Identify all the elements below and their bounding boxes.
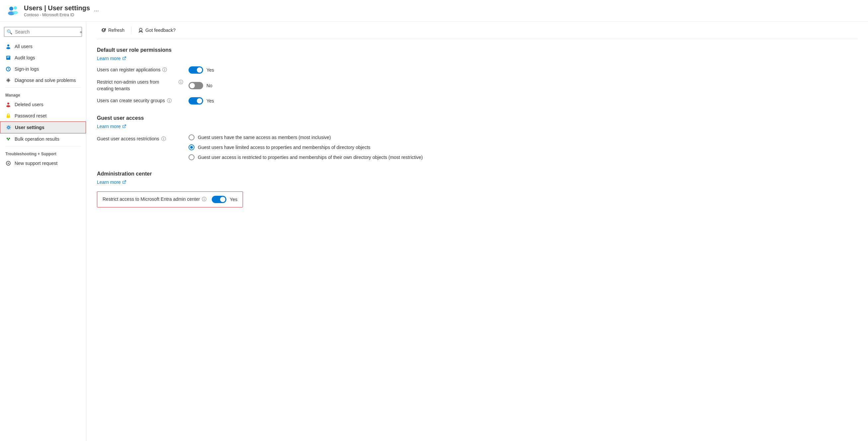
svg-point-17: [7, 114, 9, 116]
security-groups-label: Users can create security groups ⓘ: [97, 98, 183, 104]
sidebar-item-password-reset[interactable]: Password reset: [0, 110, 86, 121]
refresh-icon: [101, 28, 106, 33]
sidebar: 🔍 « All users Audit logs Sign-in logs: [0, 22, 86, 441]
restrict-entra-toggle[interactable]: [212, 196, 226, 203]
default-permissions-learn-more[interactable]: Learn more: [97, 56, 857, 61]
radio-limited-access[interactable]: Guest users have limited access to prope…: [189, 144, 423, 150]
bulk-icon: [5, 136, 11, 142]
external-link-icon-3: [122, 180, 126, 184]
restrict-entra-value: Yes: [230, 197, 237, 202]
info-icon[interactable]: ⓘ: [162, 67, 167, 73]
restrict-tenants-toggle[interactable]: [189, 82, 203, 89]
sidebar-item-label: User settings: [15, 125, 44, 130]
svg-point-15: [6, 105, 10, 107]
admin-center-title: Administration center: [97, 171, 857, 177]
deleted-icon: [5, 101, 11, 107]
settings-icon: [6, 124, 11, 130]
radio-circle-1: [189, 134, 194, 140]
refresh-button[interactable]: Refresh: [97, 26, 128, 35]
info-icon-2[interactable]: ⓘ: [179, 79, 183, 85]
radio-label-2: Guest users have limited access to prope…: [198, 145, 370, 150]
external-link-icon-2: [122, 124, 126, 128]
password-icon: [5, 113, 11, 119]
svg-point-3: [12, 11, 18, 14]
svg-point-4: [7, 44, 9, 46]
feedback-icon: [138, 28, 144, 33]
sidebar-item-audit-logs[interactable]: Audit logs: [0, 52, 86, 63]
svg-point-23: [8, 163, 9, 164]
toolbar: Refresh Got feedback?: [97, 22, 857, 39]
diagnose-icon: [5, 77, 11, 83]
search-container: 🔍 «: [4, 27, 82, 37]
register-apps-setting: Users can register applications ⓘ Yes: [97, 66, 857, 74]
info-icon-3[interactable]: ⓘ: [167, 98, 172, 104]
svg-rect-8: [7, 57, 9, 58]
default-permissions-title: Default user role permissions: [97, 47, 857, 53]
sidebar-item-all-users[interactable]: All users: [0, 41, 86, 52]
svg-point-14: [7, 102, 9, 104]
guest-access-learn-more[interactable]: Learn more: [97, 124, 857, 129]
header-subtitle: Contoso - Microsoft Entra ID: [24, 12, 90, 17]
admin-center-learn-more[interactable]: Learn more: [97, 180, 857, 185]
sidebar-item-label: Password reset: [14, 113, 46, 119]
sidebar-item-diagnose[interactable]: Diagnose and solve problems: [0, 75, 86, 86]
sidebar-item-deleted-users[interactable]: Deleted users: [0, 99, 86, 110]
sidebar-divider: [5, 87, 81, 88]
register-apps-value: Yes: [207, 67, 214, 73]
user-icon: [5, 43, 11, 50]
header-title-group: Users | User settings Contoso - Microsof…: [24, 4, 90, 17]
radio-circle-3: [189, 154, 194, 160]
register-apps-label: Users can register applications ⓘ: [97, 67, 183, 73]
svg-point-21: [8, 139, 9, 140]
default-permissions-section: Default user role permissions Learn more…: [97, 47, 857, 104]
register-apps-toggle[interactable]: [189, 66, 203, 74]
search-input[interactable]: [4, 27, 82, 37]
sidebar-item-label: All users: [14, 44, 33, 49]
sidebar-item-sign-in-logs[interactable]: Sign-in logs: [0, 63, 86, 75]
restrict-entra-highlight-box: Restrict access to Microsoft Entra admin…: [97, 191, 243, 208]
toolbar-divider: [131, 26, 131, 34]
radio-circle-2: [189, 144, 194, 150]
page-title: Users | User settings: [24, 4, 90, 12]
sidebar-item-label: Deleted users: [14, 102, 43, 107]
search-icon: 🔍: [7, 29, 12, 34]
feedback-button[interactable]: Got feedback?: [134, 26, 180, 35]
collapse-icon[interactable]: «: [80, 29, 82, 34]
manage-section-label: Manage: [0, 89, 86, 99]
restrict-tenants-setting: Restrict non-admin users from creating t…: [97, 79, 857, 92]
more-options-button[interactable]: ···: [94, 7, 99, 14]
security-groups-value: Yes: [207, 98, 214, 103]
sidebar-item-label: Bulk operation results: [14, 136, 59, 142]
sidebar-divider-2: [5, 146, 81, 146]
info-icon-4[interactable]: ⓘ: [161, 136, 166, 142]
svg-point-19: [7, 138, 8, 139]
guest-access-title: Guest user access: [97, 115, 857, 121]
restrict-tenants-value: No: [207, 83, 212, 88]
sidebar-item-new-support-request[interactable]: New support request: [0, 158, 86, 169]
sidebar-item-label: Diagnose and solve problems: [14, 77, 76, 83]
sidebar-item-label: New support request: [14, 161, 57, 166]
learn-more-text: Learn more: [97, 56, 121, 61]
svg-point-5: [6, 47, 10, 49]
feedback-label: Got feedback?: [145, 28, 176, 33]
security-groups-toggle-container: Yes: [189, 97, 214, 104]
main-layout: 🔍 « All users Audit logs Sign-in logs: [0, 22, 868, 441]
sidebar-item-user-settings[interactable]: User settings: [0, 121, 86, 133]
sidebar-item-bulk-operation-results[interactable]: Bulk operation results: [0, 133, 86, 145]
guest-access-restrictions-label: Guest user access restrictions ⓘ: [97, 136, 183, 143]
radio-own-objects-only[interactable]: Guest user access is restricted to prope…: [189, 154, 423, 160]
radio-same-as-members[interactable]: Guest users have the same access as memb…: [189, 134, 423, 140]
troubleshooting-section-label: Troubleshooting + Support: [0, 148, 86, 158]
radio-label-3: Guest user access is restricted to prope…: [198, 155, 423, 160]
users-icon: [7, 4, 20, 17]
restrict-entra-toggle-container: Yes: [212, 196, 237, 203]
security-groups-toggle[interactable]: [189, 97, 203, 104]
svg-point-0: [9, 7, 13, 11]
guest-access-section: Guest user access Learn more Guest user …: [97, 115, 857, 160]
info-icon-5[interactable]: ⓘ: [202, 196, 207, 202]
external-link-icon: [122, 56, 126, 60]
signin-icon: [5, 66, 11, 72]
admin-center-section: Administration center Learn more Restric…: [97, 171, 857, 208]
sidebar-item-label: Sign-in logs: [14, 66, 39, 72]
restrict-tenants-toggle-container: No: [189, 82, 212, 89]
